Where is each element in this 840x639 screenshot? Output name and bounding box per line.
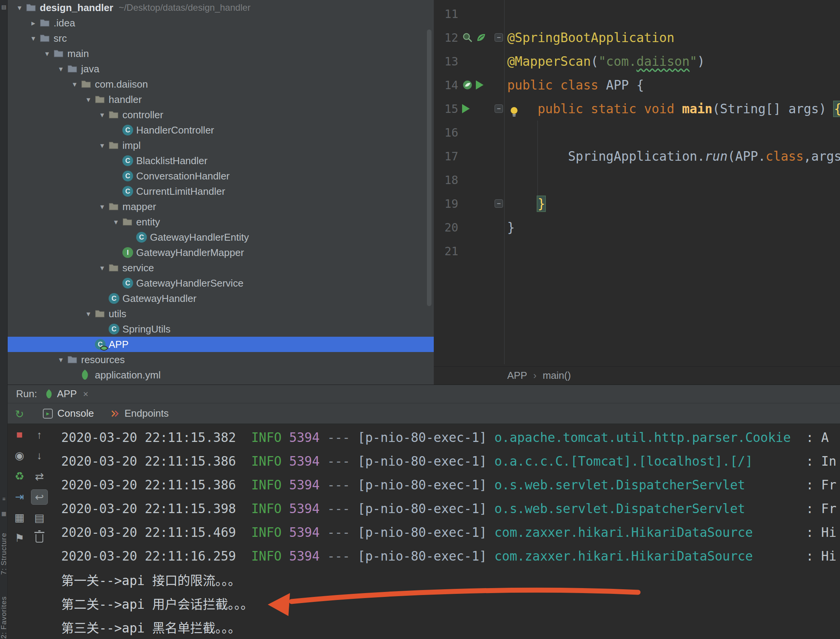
attach-button[interactable]: ⇥ [11, 489, 28, 504]
line-number[interactable]: 11 [434, 7, 458, 21]
spring-scan-icon[interactable] [462, 32, 473, 43]
tree-expand-arrow-icon[interactable]: ▾ [27, 34, 40, 43]
tree-expand-arrow-icon[interactable]: ▾ [54, 355, 67, 364]
breadcrumb-separator-icon: › [533, 370, 537, 381]
folder-icon [26, 4, 36, 11]
run-gutter-icon[interactable] [462, 104, 470, 113]
tree-expand-arrow-icon[interactable]: ▾ [96, 110, 109, 119]
tree-expand-arrow-icon[interactable]: ▾ [54, 64, 67, 73]
fold-marker-icon[interactable]: − [495, 33, 503, 42]
line-number[interactable]: 16 [434, 126, 458, 139]
clear-button[interactable] [31, 531, 48, 546]
tab-console[interactable]: ▸ Console [43, 408, 94, 419]
tree-expand-arrow-icon[interactable]: ▾ [68, 80, 81, 89]
run-tabs-bar: ▸ Console Endpoints [8, 403, 840, 424]
line-number[interactable]: 18 [434, 173, 458, 187]
tree-item-main[interactable]: ▾main [8, 46, 434, 61]
tree-item-service[interactable]: ▾service [8, 260, 434, 275]
run-tab-app[interactable]: APP × [46, 388, 88, 400]
intention-bulb-icon[interactable] [510, 106, 519, 118]
tree-item-java[interactable]: ▾java [8, 61, 434, 77]
tool-stripe-icon[interactable]: ≡ [0, 496, 8, 502]
swap-button[interactable]: ⇄ [31, 469, 48, 484]
tool-window-button-structure[interactable]: 7: Structure [0, 533, 8, 575]
pin-button[interactable]: ⚑ [11, 530, 28, 546]
tree-item-controller[interactable]: ▾controller [8, 107, 434, 122]
screenshot-button[interactable]: ◉ [11, 448, 28, 463]
tree-expand-arrow-icon[interactable]: ▾ [96, 202, 109, 211]
tree-expand-arrow-icon[interactable]: ▾ [41, 49, 54, 58]
tool-window-button-favorites[interactable]: 2: Favorites [0, 596, 8, 639]
spring-bean-icon[interactable] [462, 80, 473, 90]
line-number[interactable]: 13 [434, 55, 458, 68]
tree-expand-arrow-icon[interactable]: ▾ [109, 217, 122, 227]
tree-item-label: java [81, 63, 99, 75]
tree-expand-arrow-icon[interactable]: ▾ [96, 263, 109, 272]
tab-console-label: Console [57, 408, 94, 419]
tree-expand-arrow-icon[interactable]: ▸ [27, 18, 40, 28]
layout-button[interactable]: ▦ [11, 510, 28, 525]
breadcrumb-class[interactable]: APP [507, 370, 527, 381]
print-button[interactable]: ▤ [31, 510, 48, 525]
tree-item-label: application.yml [95, 369, 161, 381]
code-text[interactable]: @SpringBootApplication [504, 30, 674, 45]
tree-expand-arrow-icon[interactable]: ▾ [82, 309, 95, 318]
editor-panel[interactable]: 1112−@SpringBootApplication13@MapperScan… [434, 0, 840, 385]
tab-endpoints[interactable]: Endpoints [111, 408, 169, 419]
tool-stripe-icon[interactable]: ▤ [0, 4, 8, 10]
folder-icon [40, 34, 50, 42]
close-icon[interactable]: × [83, 389, 88, 399]
tree-item-currentlimithandler[interactable]: CCurrentLimitHandler [8, 184, 434, 199]
code-text[interactable]: SpringApplication.run(APP.class,args) [504, 149, 840, 164]
line-number[interactable]: 20 [434, 221, 458, 234]
run-gutter-icon[interactable] [476, 80, 483, 90]
tree-item-app[interactable]: CAPP [8, 337, 434, 352]
tree-item-design-handler[interactable]: ▾design_handler~/Desktop/datas/design_ha… [8, 0, 434, 15]
line-number[interactable]: 14 [434, 78, 458, 92]
tool-stripe-icon[interactable]: ▦ [0, 510, 8, 517]
tree-item--idea[interactable]: ▸.idea [8, 15, 434, 31]
down-button[interactable]: ↓ [31, 448, 48, 463]
line-number[interactable]: 12 [434, 31, 458, 44]
tree-item-blacklisthandler[interactable]: CBlacklistHandler [8, 153, 434, 168]
tree-expand-arrow-icon[interactable]: ▾ [13, 3, 26, 12]
tree-item-gatewayhandlerservice[interactable]: CGatewayHandlerService [8, 275, 434, 291]
tree-item-impl[interactable]: ▾impl [8, 138, 434, 153]
tree-scrollbar[interactable] [427, 29, 431, 306]
tree-item-utils[interactable]: ▾utils [8, 306, 434, 321]
fold-marker-icon[interactable]: − [495, 104, 503, 113]
tree-item-handler[interactable]: ▾handler [8, 92, 434, 107]
gc-button[interactable]: ♻ [11, 468, 28, 484]
rerun-button[interactable]: ↻ [11, 406, 28, 422]
console-output[interactable]: 2020-03-20 22:11:15.382 INFO 5394 --- [p… [8, 424, 840, 639]
tree-item-resources[interactable]: ▾resources [8, 352, 434, 367]
line-number[interactable]: 15 [434, 102, 458, 116]
code-text[interactable]: public class APP { [504, 78, 644, 93]
tree-item-entity[interactable]: ▾entity [8, 214, 434, 230]
tree-item-handlercontroller[interactable]: CHandlerController [8, 122, 434, 138]
tree-item-springutils[interactable]: CSpringUtils [8, 321, 434, 337]
code-text[interactable]: public static void main(String[] args) { [504, 101, 840, 116]
tree-expand-arrow-icon[interactable]: ▾ [96, 141, 109, 150]
tree-item-application-yml[interactable]: application.yml [8, 367, 434, 383]
fold-marker-icon[interactable]: − [495, 199, 503, 208]
line-number[interactable]: 17 [434, 150, 458, 163]
code-text[interactable]: } [504, 220, 515, 235]
code-text[interactable]: @MapperScan("com.daiison") [504, 54, 705, 69]
breadcrumb-method[interactable]: main() [543, 370, 571, 381]
tree-item-gatewayhandler[interactable]: CGatewayHandler [8, 291, 434, 306]
code-text[interactable]: } [504, 196, 545, 211]
tree-item-com-daiison[interactable]: ▾com.daiison [8, 77, 434, 92]
tree-item-mapper[interactable]: ▾mapper [8, 199, 434, 214]
line-number[interactable]: 21 [434, 245, 458, 258]
line-number[interactable]: 19 [434, 197, 458, 210]
up-button[interactable]: ↑ [31, 427, 48, 443]
tree-item-gatewayhandlermapper[interactable]: IGatewayHandlerMapper [8, 245, 434, 260]
softwrap-button[interactable]: ↩ [31, 489, 48, 505]
tree-item-src[interactable]: ▾src [8, 31, 434, 46]
tree-item-gatewayhandlerentity[interactable]: CGatewayHandlerEntity [8, 230, 434, 245]
tree-expand-arrow-icon[interactable]: ▾ [82, 95, 95, 104]
stop-button[interactable]: ■ [11, 427, 28, 442]
tree-item-conversationhandler[interactable]: CConversationHandler [8, 168, 434, 184]
spring-leaf-icon[interactable] [476, 32, 487, 43]
